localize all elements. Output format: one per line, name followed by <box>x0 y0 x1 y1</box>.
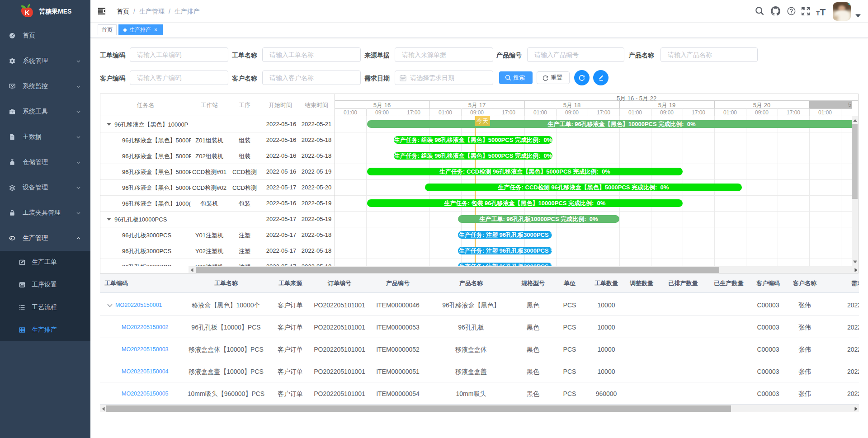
svg-text:K: K <box>25 9 30 16</box>
